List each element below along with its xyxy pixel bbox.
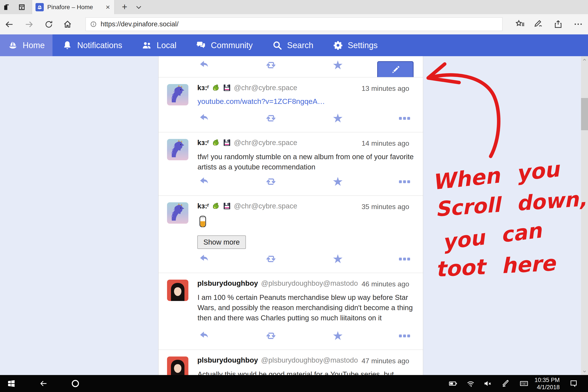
boost-button boost-icon[interactable] <box>264 175 277 188</box>
avatar dragon-avatar[interactable] <box>167 84 188 106</box>
toot-timestamp: 35 minutes ago <box>362 203 409 211</box>
toot-link[interactable]: youtube.com/watch?v=1ZCF8ngqeA… <box>198 97 325 106</box>
green-dragon-emoji <box>212 139 220 146</box>
favorite-button star-icon[interactable]: ★ <box>332 330 344 342</box>
boost-button boost-icon[interactable] <box>264 330 277 342</box>
avatar woman-avatar[interactable] <box>167 356 188 375</box>
chat-bubbles-icon <box>196 40 206 50</box>
browser-tab[interactable]: Pinafore – Home × <box>32 0 114 14</box>
browser-more-button ellipsis-icon[interactable] <box>572 18 584 30</box>
action-center-button[interactable] <box>569 379 578 388</box>
favorite-button star-icon[interactable]: ★ <box>332 252 344 265</box>
wifi-icon[interactable] <box>466 379 476 388</box>
toot-timestamp: 46 minutes ago <box>362 280 409 288</box>
nav-tab-community[interactable]: Community <box>186 34 262 56</box>
reply-button reply-icon[interactable] <box>198 59 211 72</box>
favorites-hub-button star-lines-icon[interactable] <box>514 18 526 30</box>
share-button share-icon[interactable] <box>552 18 564 30</box>
start-button windows-logo-icon[interactable] <box>6 379 16 388</box>
compose-toot-button[interactable] <box>377 61 414 77</box>
boost-button boost-icon[interactable] <box>264 59 277 72</box>
more-options-button ellipsis-icon[interactable] <box>398 330 411 342</box>
forward-button arrow-right-icon[interactable] <box>24 19 34 30</box>
back-button arrow-left-icon[interactable] <box>4 19 15 30</box>
toot-partial: ★ <box>158 56 423 77</box>
web-note-button pen-icon[interactable] <box>533 18 544 30</box>
more-options-button ellipsis-icon[interactable] <box>398 112 411 124</box>
toot-timestamp: 47 minutes ago <box>362 357 409 365</box>
tab-preview-icon <box>18 3 26 11</box>
green-dragon-emoji <box>212 202 220 210</box>
account-handle: @plsburydoughboy@mastodon.s… <box>261 356 358 364</box>
nav-tab-home[interactable]: Home <box>0 34 52 56</box>
scrollbar[interactable] <box>581 56 588 375</box>
battery-icon[interactable] <box>448 379 458 388</box>
new-tab-button plus-icon[interactable]: + <box>119 1 130 13</box>
search-icon <box>272 40 282 50</box>
reply-button reply-icon[interactable] <box>198 330 211 342</box>
nav-label: Local <box>156 41 176 50</box>
favorite-button star-icon[interactable]: ★ <box>332 175 344 188</box>
more-options-button ellipsis-icon[interactable] <box>398 175 411 188</box>
boost-button boost-icon[interactable] <box>264 252 277 265</box>
toot: kз:ʳ @chr@cybre.space 14 minutes ago tfw… <box>158 132 423 195</box>
scroll-down-button chevron-down-icon[interactable] <box>581 368 588 375</box>
boost-button boost-icon[interactable] <box>264 112 277 124</box>
toot-action-bar: ★ <box>158 175 423 188</box>
toot-header: kз:ʳ @chr@cybre.space <box>197 202 358 210</box>
taskbar-back-button arrow-left-icon[interactable] <box>39 379 48 388</box>
reply-button reply-icon[interactable] <box>198 112 211 124</box>
nav-label: Search <box>287 41 313 50</box>
toot: kз:ʳ @chr@cybre.space 35 minutes ago Sho… <box>158 195 423 273</box>
url-bar[interactable]: https://dev.pinafore.social/ <box>86 18 502 31</box>
pinafore-nav-bar: Home Notifications Local Community Searc… <box>0 34 588 56</box>
favorite-button star-icon[interactable]: ★ <box>332 59 344 72</box>
nav-label: Community <box>211 41 252 50</box>
nav-tab-search[interactable]: Search <box>262 34 323 56</box>
set-aside-tabs-button[interactable] <box>2 2 12 12</box>
handwritten-annotation-line: toot here <box>435 251 556 282</box>
avatar dragon-avatar[interactable] <box>167 139 188 160</box>
display-name: plsburydoughboy <box>197 279 258 288</box>
refresh-button refresh-icon[interactable] <box>43 19 54 30</box>
taskbar-clock[interactable]: 10:35 PM 4/1/2018 <box>527 376 560 391</box>
pen-icon[interactable] <box>501 379 510 388</box>
home-timeline: ★ kз:ʳ @chr@cybre.space 13 minutes ago <box>158 56 423 375</box>
nav-tab-notifications[interactable]: Notifications <box>52 34 132 56</box>
volume-muted-icon[interactable] <box>483 379 492 388</box>
tab-preview-button[interactable] <box>16 2 27 12</box>
page-content: ★ kз:ʳ @chr@cybre.space 13 minutes ago <box>0 56 588 375</box>
more-options-button ellipsis-icon[interactable] <box>398 252 411 265</box>
nav-label: Home <box>23 41 45 50</box>
tab-close-button close-icon[interactable]: × <box>105 3 111 11</box>
toot-action-bar: ★ <box>158 330 423 342</box>
cortana-button circle-icon[interactable] <box>70 379 80 388</box>
nav-tab-settings[interactable]: Settings <box>323 34 388 56</box>
nav-label: Notifications <box>77 41 122 50</box>
pinafore-favicon-sailboat-icon <box>36 3 44 11</box>
reply-button reply-icon[interactable] <box>198 175 211 188</box>
home-button home-icon[interactable] <box>62 19 73 30</box>
toot: plsburydoughboy @plsburydoughboy@mastodo… <box>158 273 423 350</box>
account-handle: @chr@cybre.space <box>234 84 297 92</box>
people-icon <box>142 40 152 50</box>
gear-icon <box>333 40 343 50</box>
tab-list-button chevron-down-icon[interactable] <box>134 2 144 12</box>
favorite-button star-icon[interactable]: ★ <box>332 112 344 124</box>
nav-tab-local[interactable]: Local <box>132 34 186 56</box>
scroll-up-button chevron-up-icon[interactable] <box>581 56 588 64</box>
browser-command-bar: https://dev.pinafore.social/ <box>0 14 588 34</box>
display-name: kз:ʳ <box>197 84 209 92</box>
clock-time: 10:35 PM <box>527 376 560 384</box>
reply-button reply-icon[interactable] <box>198 252 211 265</box>
display-name: plsburydoughboy <box>197 356 258 364</box>
scrollbar-thumb[interactable] <box>581 98 588 130</box>
toot-action-bar: ★ <box>158 112 423 124</box>
avatar dragon-avatar[interactable] <box>167 202 188 224</box>
avatar woman-avatar[interactable] <box>167 280 188 301</box>
toot-timestamp: 14 minutes ago <box>362 140 409 148</box>
set-aside-tabs-icon <box>3 3 11 11</box>
tab-title: Pinafore – Home <box>47 4 105 11</box>
show-more-button[interactable]: Show more <box>197 236 246 249</box>
account-handle: @plsburydoughboy@mastodon.s… <box>261 279 358 288</box>
